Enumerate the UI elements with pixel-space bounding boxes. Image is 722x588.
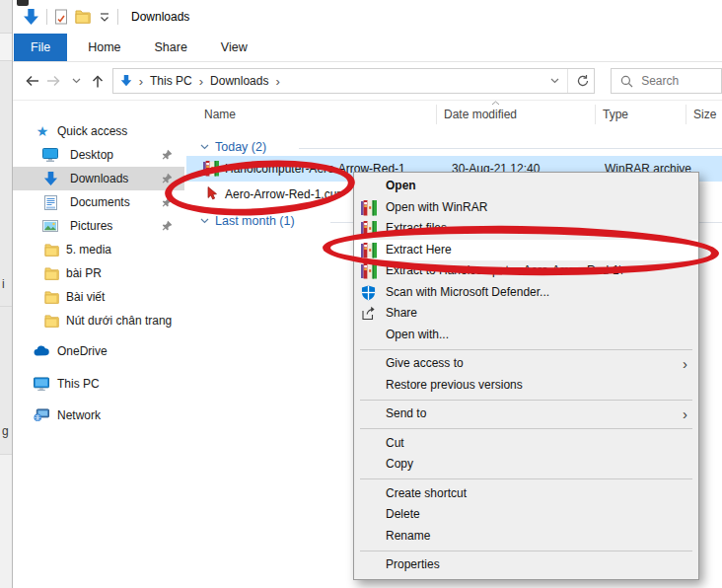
- sidebar-item-desktop[interactable]: Desktop: [13, 143, 184, 167]
- background-text-fragment: i: [2, 277, 5, 291]
- menu-item-send-to[interactable]: Send to ›: [354, 404, 698, 425]
- tab-share[interactable]: Share: [138, 34, 204, 61]
- menu-item-open-with[interactable]: Open with...: [354, 325, 698, 346]
- column-divider[interactable]: [436, 105, 437, 124]
- background-window-segment: [0, 454, 12, 588]
- menu-item-give-access-to[interactable]: Give access to ›: [354, 353, 698, 375]
- folder-icon: [44, 313, 60, 329]
- menu-separator: [360, 349, 692, 350]
- tab-file[interactable]: File: [14, 34, 67, 61]
- breadcrumb-downloads[interactable]: Downloads: [210, 74, 268, 88]
- picture-icon: [42, 218, 58, 234]
- menu-item-copy[interactable]: Copy: [354, 454, 698, 476]
- properties-icon[interactable]: [54, 9, 68, 25]
- sidebar-item-bai-viet[interactable]: Bài viết: [13, 285, 184, 309]
- menu-item-delete[interactable]: Delete: [354, 504, 698, 526]
- downloads-arrow-icon: [42, 171, 58, 186]
- monitor-icon: [34, 376, 49, 392]
- menu-item-open-with-winrar[interactable]: Open with WinRAR: [354, 197, 698, 219]
- column-header-date-modified[interactable]: Date modified: [444, 108, 517, 121]
- column-header-name[interactable]: Name: [204, 108, 236, 121]
- window-title: Downloads: [131, 10, 189, 24]
- new-folder-icon[interactable]: [75, 10, 92, 24]
- sort-ascending-chevron-icon: [491, 101, 500, 106]
- sidebar-item-nut-duoi-chan-trang[interactable]: Nút dưới chân trang: [13, 309, 184, 332]
- menu-separator: [360, 428, 692, 429]
- pin-icon: [162, 220, 173, 231]
- recent-locations-chevron-icon[interactable]: [65, 68, 87, 94]
- search-placeholder: Search: [641, 74, 679, 88]
- address-bar[interactable]: › This PC › Downloads ›: [112, 68, 595, 94]
- collapse-chevron-icon[interactable]: [200, 218, 209, 224]
- menu-item-create-shortcut[interactable]: Create shortcut: [354, 483, 698, 505]
- menu-item-open[interactable]: Open: [354, 176, 698, 197]
- menu-item-properties[interactable]: Properties: [354, 554, 698, 576]
- sidebar-item-bai-pr[interactable]: bài PR: [13, 261, 184, 285]
- breadcrumb-chevron-icon: ›: [273, 74, 281, 89]
- group-header-today[interactable]: Today (2): [184, 138, 722, 158]
- column-header-row: Name Date modified Type Size: [184, 101, 722, 128]
- document-icon: [42, 194, 58, 210]
- folder-icon: [44, 242, 60, 257]
- desktop-icon: [42, 147, 58, 163]
- quick-access-star-icon: ★: [35, 123, 50, 139]
- sidebar-item-onedrive[interactable]: OneDrive: [13, 339, 184, 363]
- explorer-screenshot: i g Downloads File Home Share: [0, 0, 722, 588]
- up-icon[interactable]: [87, 68, 108, 94]
- background-window-divider: [0, 306, 12, 307]
- sidebar-item-downloads[interactable]: Downloads: [13, 167, 184, 190]
- menu-item-cut[interactable]: Cut: [354, 433, 698, 455]
- menu-item-scan-with-defender[interactable]: Scan with Microsoft Defender...: [354, 282, 698, 304]
- customize-quick-access-icon[interactable]: [99, 11, 110, 23]
- sidebar-item-5-media[interactable]: 5. media: [13, 238, 184, 261]
- background-window-segment: [0, 33, 12, 61]
- folder-icon: [44, 289, 60, 305]
- address-location-icon: [120, 75, 132, 87]
- folder-icon: [44, 265, 60, 281]
- collapse-chevron-icon[interactable]: [200, 144, 209, 150]
- column-header-size[interactable]: Size: [693, 108, 716, 121]
- refresh-icon[interactable]: [576, 74, 590, 88]
- back-icon[interactable]: [21, 68, 42, 94]
- sidebar-item-this-pc[interactable]: This PC: [13, 372, 184, 396]
- navigation-pane: ★ Quick access Desktop Downloads: [13, 101, 184, 588]
- background-text-fragment: g: [2, 424, 9, 438]
- address-bar-row: › This PC › Downloads › Search: [13, 62, 722, 101]
- menu-separator: [360, 551, 692, 551]
- defender-shield-icon: [361, 285, 377, 301]
- tab-home[interactable]: Home: [71, 34, 137, 61]
- tab-view[interactable]: View: [204, 34, 264, 61]
- menu-item-share[interactable]: Share: [354, 303, 698, 325]
- submenu-chevron-icon: ›: [683, 353, 687, 375]
- toolbar-separator: [46, 9, 47, 25]
- sidebar-item-network[interactable]: Network: [13, 404, 184, 427]
- menu-separator: [360, 478, 692, 479]
- menu-item-restore-previous-versions[interactable]: Restore previous versions: [354, 375, 698, 397]
- downloads-folder-icon: [23, 9, 39, 26]
- toolbar-separator: [117, 9, 118, 25]
- sidebar-item-pictures[interactable]: Pictures: [13, 214, 184, 238]
- breadcrumb-this-pc[interactable]: This PC: [150, 74, 192, 88]
- pin-icon: [162, 149, 173, 160]
- column-header-type[interactable]: Type: [603, 108, 628, 121]
- forward-icon[interactable]: [42, 68, 64, 94]
- sidebar-item-documents[interactable]: Documents: [13, 190, 184, 214]
- share-icon: [361, 306, 377, 322]
- background-window-strip: i g: [0, 0, 12, 588]
- network-icon: [34, 407, 49, 423]
- menu-item-rename[interactable]: Rename: [354, 526, 698, 548]
- sidebar-item-quick-access[interactable]: ★ Quick access: [13, 119, 184, 143]
- column-divider[interactable]: [595, 105, 596, 124]
- breadcrumb-chevron-icon: ›: [137, 74, 145, 89]
- search-input[interactable]: Search: [611, 68, 722, 94]
- title-bar: Downloads: [13, 0, 722, 34]
- winrar-icon: [361, 263, 377, 279]
- address-bar-divider: [567, 69, 568, 93]
- group-rule: [299, 148, 722, 149]
- column-divider[interactable]: [686, 105, 686, 124]
- menu-separator: [360, 400, 692, 401]
- ribbon-tab-bar: File Home Share View: [13, 34, 722, 62]
- winrar-icon: [361, 200, 377, 216]
- address-dropdown-icon[interactable]: [550, 78, 559, 84]
- background-window-corner: [17, 0, 29, 6]
